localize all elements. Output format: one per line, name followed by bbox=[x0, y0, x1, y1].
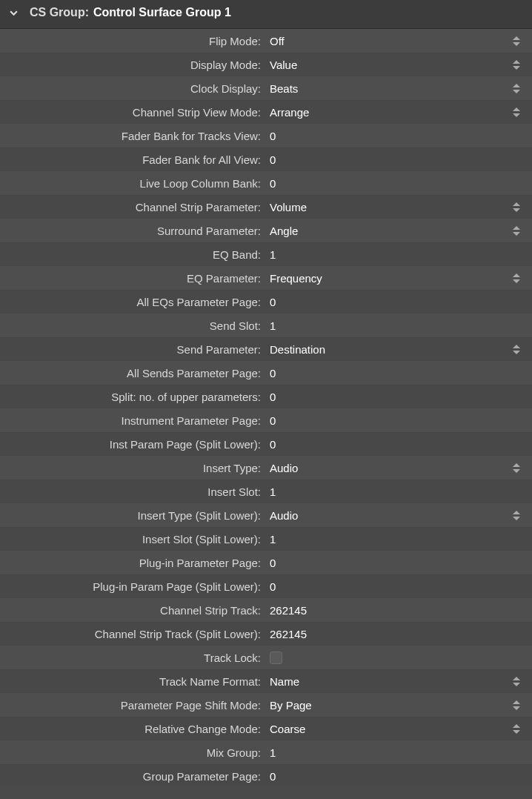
chevron-up-icon[interactable] bbox=[513, 700, 520, 704]
parameter-value-cell[interactable]: 1 bbox=[267, 485, 523, 498]
chevron-up-icon[interactable] bbox=[513, 463, 520, 467]
parameter-value-cell[interactable]: 1 bbox=[267, 533, 523, 546]
chevron-down-icon[interactable] bbox=[513, 232, 520, 236]
stepper-icon[interactable] bbox=[513, 697, 523, 712]
parameter-value[interactable]: 1 bbox=[270, 533, 276, 546]
chevron-up-icon[interactable] bbox=[513, 226, 520, 230]
stepper-icon[interactable] bbox=[513, 460, 523, 475]
checkbox[interactable] bbox=[270, 652, 282, 664]
chevron-up-icon[interactable] bbox=[513, 84, 520, 87]
parameter-value[interactable]: 0 bbox=[270, 414, 276, 427]
parameter-value-cell[interactable]: 0 bbox=[267, 391, 523, 403]
parameter-value[interactable]: Audio bbox=[270, 509, 298, 522]
parameter-value[interactable]: 1 bbox=[270, 319, 276, 332]
chevron-down-icon[interactable] bbox=[513, 113, 520, 117]
parameter-value[interactable]: Arrange bbox=[270, 106, 309, 119]
parameter-value-cell[interactable] bbox=[267, 652, 523, 664]
stepper-icon[interactable] bbox=[513, 33, 523, 48]
parameter-value[interactable]: 0 bbox=[270, 438, 276, 451]
parameter-value[interactable]: 0 bbox=[270, 770, 276, 783]
parameter-value-cell[interactable]: Audio bbox=[267, 509, 523, 522]
chevron-up-icon[interactable] bbox=[513, 107, 520, 111]
parameter-value-cell[interactable]: 262145 bbox=[267, 604, 523, 617]
chevron-down-icon[interactable] bbox=[513, 517, 520, 520]
chevron-down-icon[interactable] bbox=[7, 7, 19, 19]
chevron-up-icon[interactable] bbox=[513, 724, 520, 728]
parameter-value-cell[interactable]: 1 bbox=[267, 319, 523, 332]
parameter-value-cell[interactable]: Name bbox=[267, 675, 523, 688]
chevron-up-icon[interactable] bbox=[513, 345, 520, 348]
parameter-value-cell[interactable]: 0 bbox=[267, 296, 523, 308]
parameter-value[interactable]: Coarse bbox=[270, 723, 305, 735]
parameter-value-cell[interactable]: 0 bbox=[267, 367, 523, 379]
stepper-icon[interactable] bbox=[513, 81, 523, 96]
stepper-icon[interactable] bbox=[513, 271, 523, 285]
chevron-down-icon[interactable] bbox=[513, 208, 520, 212]
parameter-value[interactable]: Destination bbox=[270, 343, 325, 356]
parameter-value-cell[interactable]: Arrange bbox=[267, 106, 523, 119]
parameter-value-cell[interactable]: 1 bbox=[267, 746, 523, 759]
parameter-value[interactable]: 0 bbox=[270, 296, 276, 308]
chevron-down-icon[interactable] bbox=[513, 66, 520, 70]
parameter-value[interactable]: 262145 bbox=[270, 628, 307, 640]
parameter-value[interactable]: 1 bbox=[270, 485, 276, 498]
stepper-icon[interactable] bbox=[513, 199, 523, 214]
parameter-value[interactable]: 0 bbox=[270, 130, 276, 142]
parameter-value[interactable]: Volume bbox=[270, 201, 307, 213]
stepper-icon[interactable] bbox=[513, 342, 523, 357]
parameter-value-cell[interactable]: 0 bbox=[267, 130, 523, 142]
parameter-value[interactable]: 0 bbox=[270, 177, 276, 190]
parameter-value[interactable]: Beats bbox=[270, 82, 298, 95]
stepper-icon[interactable] bbox=[513, 508, 523, 523]
parameter-value-cell[interactable]: 0 bbox=[267, 177, 523, 190]
parameter-value-cell[interactable]: Volume bbox=[267, 201, 523, 213]
stepper-icon[interactable] bbox=[513, 223, 523, 238]
parameter-value[interactable]: 0 bbox=[270, 580, 276, 593]
parameter-value[interactable]: 0 bbox=[270, 367, 276, 379]
parameter-value-cell[interactable]: Frequency bbox=[267, 272, 523, 285]
parameter-value-cell[interactable]: Coarse bbox=[267, 723, 523, 735]
parameter-value[interactable]: Angle bbox=[270, 225, 298, 237]
parameter-value[interactable]: 262145 bbox=[270, 604, 307, 617]
section-header[interactable]: CS Group: Control Surface Group 1 bbox=[0, 0, 532, 29]
parameter-value-cell[interactable]: By Page bbox=[267, 699, 523, 712]
parameter-value[interactable]: Name bbox=[270, 675, 299, 688]
chevron-down-icon[interactable] bbox=[513, 730, 520, 734]
chevron-down-icon[interactable] bbox=[513, 469, 520, 473]
parameter-value[interactable]: 0 bbox=[270, 391, 276, 403]
chevron-down-icon[interactable] bbox=[513, 683, 520, 686]
parameter-value-cell[interactable]: Value bbox=[267, 59, 523, 71]
parameter-value[interactable]: By Page bbox=[270, 699, 312, 712]
stepper-icon[interactable] bbox=[513, 57, 523, 72]
chevron-down-icon[interactable] bbox=[513, 90, 520, 93]
parameter-value-cell[interactable]: 0 bbox=[267, 153, 523, 166]
chevron-up-icon[interactable] bbox=[513, 511, 520, 514]
parameter-value[interactable]: 0 bbox=[270, 153, 276, 166]
parameter-value[interactable]: 1 bbox=[270, 746, 276, 759]
chevron-down-icon[interactable] bbox=[513, 351, 520, 354]
parameter-value-cell[interactable]: Beats bbox=[267, 82, 523, 95]
parameter-value[interactable]: Value bbox=[270, 59, 297, 71]
parameter-value-cell[interactable]: 0 bbox=[267, 557, 523, 569]
parameter-value-cell[interactable]: Angle bbox=[267, 225, 523, 237]
chevron-down-icon[interactable] bbox=[513, 706, 520, 710]
chevron-down-icon[interactable] bbox=[513, 279, 520, 283]
parameter-value-cell[interactable]: Audio bbox=[267, 462, 523, 474]
chevron-up-icon[interactable] bbox=[513, 677, 520, 680]
stepper-icon[interactable] bbox=[513, 674, 523, 689]
parameter-value[interactable]: Audio bbox=[270, 462, 298, 474]
parameter-value[interactable]: Off bbox=[270, 35, 285, 47]
parameter-value-cell[interactable]: 1 bbox=[267, 248, 523, 261]
parameter-value-cell[interactable]: Destination bbox=[267, 343, 523, 356]
chevron-up-icon[interactable] bbox=[513, 60, 520, 64]
parameter-value[interactable]: 1 bbox=[270, 248, 276, 261]
chevron-down-icon[interactable] bbox=[513, 42, 520, 46]
chevron-up-icon[interactable] bbox=[513, 202, 520, 206]
parameter-value[interactable]: 0 bbox=[270, 557, 276, 569]
parameter-value-cell[interactable]: Off bbox=[267, 35, 523, 47]
parameter-value-cell[interactable]: 262145 bbox=[267, 628, 523, 640]
stepper-icon[interactable] bbox=[513, 721, 523, 736]
parameter-value-cell[interactable]: 0 bbox=[267, 438, 523, 451]
parameter-value[interactable]: Frequency bbox=[270, 272, 322, 285]
parameter-value-cell[interactable]: 0 bbox=[267, 580, 523, 593]
